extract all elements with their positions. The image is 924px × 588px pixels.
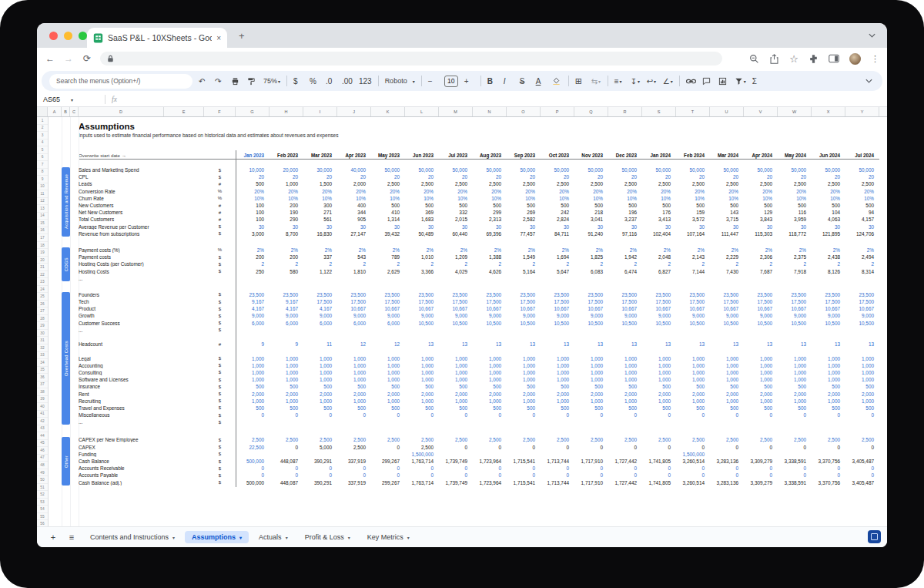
cell[interactable]: 1,000 <box>608 370 642 375</box>
cell[interactable]: 1,000 <box>236 377 270 382</box>
cell[interactable]: 23,500 <box>439 292 473 297</box>
row-label-cell[interactable]: Software and Licenses <box>79 377 204 382</box>
row-header[interactable]: 27 <box>37 307 48 315</box>
cell[interactable]: 0 <box>744 412 778 418</box>
section-label-bar[interactable]: COGS <box>62 247 70 281</box>
text-color-button[interactable]: A <box>536 77 546 86</box>
cell[interactable]: 0 <box>574 412 608 418</box>
cell[interactable]: 500 <box>778 203 812 208</box>
column-header[interactable]: V <box>744 107 778 116</box>
cell[interactable]: 5,000 <box>303 445 337 450</box>
cell[interactable]: 6,000 <box>303 321 337 326</box>
cell[interactable]: 30 <box>337 224 371 230</box>
cell[interactable]: 1,000 <box>507 370 541 375</box>
cell[interactable]: 1,000 <box>270 370 303 375</box>
cell[interactable]: 9,000 <box>371 313 405 318</box>
horizontal-align-icon[interactable]: ≡▾ <box>614 77 624 86</box>
cell[interactable]: 2 <box>608 261 642 267</box>
cell[interactable]: 2% <box>270 247 303 253</box>
row-label-cell[interactable]: Hosting Costs (per Customer) <box>79 261 204 267</box>
cell[interactable]: 200 <box>270 254 303 260</box>
reload-icon[interactable]: ⟳ <box>82 53 92 64</box>
back-icon[interactable]: ← <box>45 53 55 64</box>
cell[interactable]: 3,843 <box>744 217 778 222</box>
cell[interactable]: 50,000 <box>405 167 439 173</box>
cell[interactable]: 100 <box>236 217 270 222</box>
row-header[interactable]: 31 <box>37 337 48 344</box>
cell[interactable]: 2,000 <box>337 391 371 397</box>
cell[interactable]: 102,404 <box>642 231 676 237</box>
cell[interactable]: 1,000 <box>845 377 879 382</box>
cell[interactable]: 10,500 <box>608 321 642 326</box>
cell[interactable]: 10,667 <box>574 306 608 311</box>
cell[interactable]: 9,000 <box>236 313 270 318</box>
cell[interactable]: 1,715,541 <box>507 480 541 486</box>
unit-cell[interactable]: $ <box>204 398 236 403</box>
cell[interactable]: 0 <box>371 445 405 450</box>
cell[interactable]: 1,000 <box>337 356 371 361</box>
unit-cell[interactable]: % <box>204 247 236 252</box>
column-header[interactable]: U <box>710 107 744 116</box>
cell[interactable]: 20 <box>507 174 541 180</box>
cell[interactable]: 9,000 <box>778 313 812 318</box>
row-label-cell[interactable]: Legal <box>79 356 204 361</box>
cell[interactable]: 580 <box>270 269 303 274</box>
row-label-cell[interactable]: Hosting Costs <box>79 269 204 274</box>
cell[interactable]: 300 <box>303 203 337 208</box>
cell[interactable]: 1,000 <box>812 363 845 368</box>
row-label-cell[interactable]: CPL <box>79 174 204 180</box>
row-label-cell[interactable]: Growth <box>79 313 204 318</box>
cell[interactable]: 9,000 <box>303 313 337 318</box>
row-label-cell[interactable]: Funding <box>79 452 204 457</box>
name-box[interactable]: AS65▾ <box>43 96 99 103</box>
month-header-cell[interactable]: Apr 2023 <box>337 153 371 158</box>
cell[interactable]: 1,000 <box>710 356 744 361</box>
cell[interactable]: 20% <box>270 189 303 194</box>
fill-color-icon[interactable] <box>552 77 562 86</box>
cell[interactable]: 500 <box>270 405 303 411</box>
month-header-cell[interactable]: Aug 2023 <box>473 153 507 158</box>
cell[interactable]: 9,000 <box>642 313 676 318</box>
column-header[interactable]: J <box>337 107 371 116</box>
cell[interactable]: 1,000 <box>405 398 439 404</box>
cell[interactable]: 500 <box>236 384 270 389</box>
cell[interactable]: 6,000 <box>337 321 371 326</box>
cell[interactable]: 17,500 <box>812 299 845 304</box>
cell[interactable]: 0 <box>778 412 812 418</box>
cell[interactable]: 2% <box>303 247 337 253</box>
cell[interactable]: 3,413 <box>642 217 676 222</box>
row-header[interactable]: 43 <box>37 425 48 433</box>
row-header[interactable]: 51 <box>37 484 48 492</box>
month-header-cell[interactable]: Jul 2024 <box>845 153 879 158</box>
cell[interactable]: 0 <box>845 465 879 471</box>
cell[interactable]: 9,000 <box>405 313 439 318</box>
column-header[interactable]: W <box>778 107 812 116</box>
row-label-cell[interactable]: Net New Customers <box>79 210 204 215</box>
strikethrough-button[interactable]: S <box>520 77 530 86</box>
cell[interactable]: 10,667 <box>812 306 845 311</box>
cell[interactable]: 500 <box>744 203 778 208</box>
cell[interactable]: 2,000 <box>439 391 473 397</box>
cell[interactable]: 2,500 <box>405 445 439 450</box>
cell[interactable]: 121,895 <box>812 231 845 237</box>
cell[interactable]: 1,000 <box>236 398 270 404</box>
cell[interactable]: 2% <box>337 247 371 253</box>
cell[interactable]: 561 <box>303 217 337 222</box>
cell[interactable]: 9,000 <box>744 313 778 318</box>
cell[interactable]: 2,500 <box>574 437 608 442</box>
cell[interactable]: 269 <box>507 210 541 215</box>
cell[interactable]: 2,306 <box>744 254 778 260</box>
cell[interactable]: 9,000 <box>710 313 744 318</box>
cell[interactable]: 30 <box>608 224 642 230</box>
cell[interactable]: 1,000 <box>642 363 676 368</box>
cell[interactable]: 20 <box>236 174 270 180</box>
cell[interactable]: 0 <box>473 465 507 471</box>
row-header[interactable]: 25 <box>37 293 48 301</box>
column-header[interactable]: H <box>270 107 303 116</box>
cell[interactable]: 20,000 <box>270 167 303 173</box>
cell[interactable]: 0 <box>236 472 270 478</box>
cell[interactable]: 12 <box>337 341 371 347</box>
cell[interactable]: 100 <box>236 210 270 215</box>
cell[interactable]: 2 <box>236 261 270 267</box>
cell[interactable]: 1,717,910 <box>574 459 608 464</box>
